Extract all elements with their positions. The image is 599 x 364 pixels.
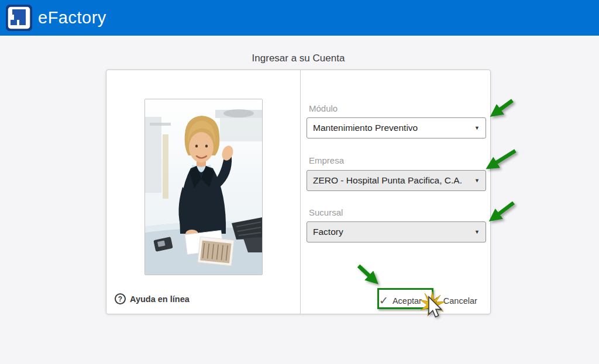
help-icon: ?: [115, 293, 126, 304]
arrow-company: [489, 151, 515, 167]
action-buttons: ✓ Aceptar ✕ Cancelar: [379, 294, 477, 307]
x-icon: ✕: [430, 294, 439, 307]
login-photo: [144, 99, 263, 275]
company-select[interactable]: ZERO - Hospital Punta Pacifica, C.A. ▼: [307, 170, 486, 191]
accept-button[interactable]: ✓ Aceptar: [379, 294, 422, 307]
cancel-label: Cancelar: [443, 296, 477, 306]
brand-title: eFactory: [38, 8, 106, 27]
login-page: eFactory Ingresar a su Cuenta: [0, 0, 599, 364]
app-header: eFactory: [0, 0, 599, 36]
chevron-down-icon: ▼: [474, 178, 480, 183]
chevron-down-icon: ▼: [474, 229, 480, 235]
businesswoman-illustration: [145, 99, 262, 275]
company-value: ZERO - Hospital Punta Pacifica, C.A.: [313, 175, 472, 186]
arrow-branch: [492, 203, 514, 219]
panel-divider: [300, 70, 301, 314]
module-select[interactable]: Mantenimiento Preventivo ▼: [307, 117, 486, 138]
check-icon: ✓: [379, 294, 388, 307]
online-help-label: Ayuda en línea: [130, 294, 190, 304]
branch-label: Sucursal: [309, 207, 343, 217]
cancel-button[interactable]: ✕ Cancelar: [430, 294, 477, 307]
arrow-module: [493, 100, 512, 115]
online-help-link[interactable]: ? Ayuda en línea: [115, 293, 190, 304]
login-card: ? Ayuda en línea Módulo Mantenimiento Pr…: [106, 70, 491, 314]
company-label: Empresa: [309, 155, 344, 165]
accept-label: Aceptar: [393, 296, 422, 306]
efactory-logo-icon: [6, 5, 32, 31]
chevron-down-icon: ▼: [474, 125, 480, 131]
page-title: Ingresar a su Cuenta: [106, 53, 491, 64]
module-value: Mantenimiento Preventivo: [313, 123, 472, 133]
module-label: Módulo: [309, 103, 338, 113]
branch-select[interactable]: Factory ▼: [307, 221, 486, 242]
branch-value: Factory: [313, 227, 472, 237]
